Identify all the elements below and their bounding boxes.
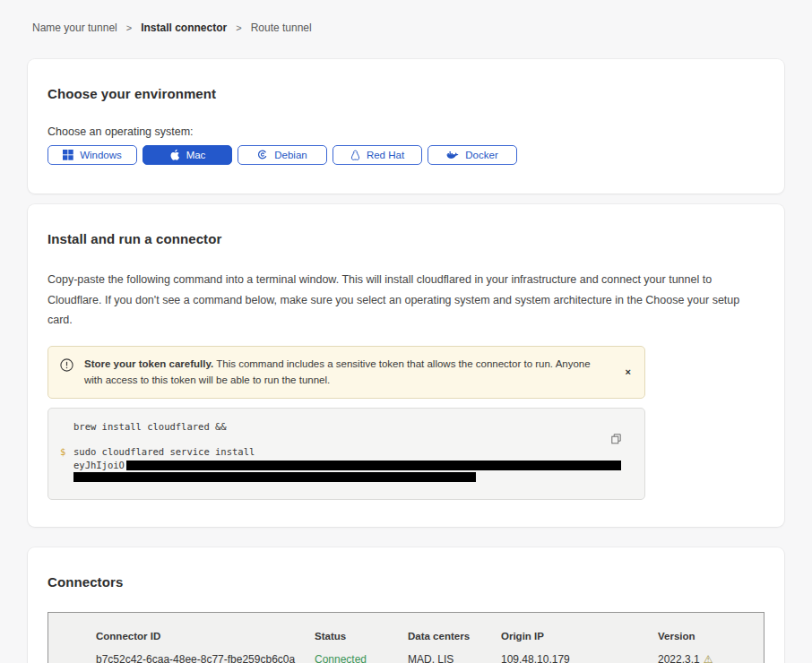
- windows-logo-icon: [63, 150, 73, 160]
- redacted-token-bar: [73, 472, 476, 482]
- tux-penguin-icon: [350, 150, 360, 161]
- terminal-command-text: sudo cloudflared service install: [73, 446, 255, 457]
- close-icon[interactable]: ×: [626, 366, 631, 377]
- install-description: Copy-paste the following command into a …: [48, 270, 764, 331]
- breadcrumb-install-connector[interactable]: Install connector: [141, 22, 227, 34]
- col-header-status: Status: [315, 631, 408, 641]
- col-header-version: Version: [658, 631, 755, 641]
- install-connector-card: Install and run a connector Copy-paste t…: [28, 204, 784, 527]
- breadcrumb-separator: >: [126, 22, 132, 33]
- os-button-debian[interactable]: Debian: [238, 145, 327, 165]
- os-button-redhat[interactable]: Red Hat: [333, 145, 422, 165]
- connectors-card: Connectors Connector ID Status Data cent…: [28, 547, 784, 663]
- os-button-label: Mac: [186, 150, 206, 160]
- terminal-line-brew: brew install cloudflared &&: [48, 420, 644, 434]
- os-button-group: Windows Mac Debian: [48, 145, 764, 165]
- col-header-connector-id: Connector ID: [96, 631, 315, 641]
- docker-whale-icon: [446, 151, 459, 160]
- os-button-mac[interactable]: Mac: [143, 145, 232, 165]
- os-button-label: Red Hat: [367, 150, 404, 160]
- page: Name your tunnel > Install connector > R…: [0, 0, 812, 663]
- connectors-table: Connector ID Status Data centers Origin …: [48, 612, 764, 663]
- version-value: 2022.3.1⚠: [658, 653, 755, 663]
- col-header-origin-ip: Origin IP: [501, 631, 658, 641]
- os-button-windows[interactable]: Windows: [48, 145, 137, 165]
- breadcrumb-name-your-tunnel[interactable]: Name your tunnel: [32, 22, 117, 34]
- token-prefix: eyJhIjoiO: [73, 460, 125, 470]
- os-button-label: Debian: [274, 150, 307, 160]
- choose-environment-card: Choose your environment Choose an operat…: [28, 59, 784, 194]
- col-header-data-centers: Data centers: [408, 631, 501, 641]
- breadcrumb-route-tunnel[interactable]: Route tunnel: [251, 22, 312, 34]
- status-badge: Connected: [315, 653, 408, 663]
- alert-circle-icon: [60, 358, 73, 377]
- os-button-docker[interactable]: Docker: [428, 145, 517, 165]
- os-select-label: Choose an operating system:: [48, 125, 764, 138]
- choose-environment-title: Choose your environment: [48, 86, 764, 101]
- terminal-line-sudo: $ sudo cloudflared service install: [48, 445, 644, 459]
- copy-icon[interactable]: [609, 432, 623, 449]
- token-warning-banner: Store your token carefully. This command…: [48, 346, 645, 400]
- breadcrumb: Name your tunnel > Install connector > R…: [28, 0, 784, 34]
- terminal-token-line: eyJhIjoiO: [48, 459, 644, 472]
- connectors-title: Connectors: [48, 574, 764, 590]
- redacted-token-bar: [126, 461, 621, 470]
- version-warning-icon: ⚠: [704, 653, 713, 663]
- install-connector-title: Install and run a connector: [48, 231, 764, 246]
- breadcrumb-separator: >: [236, 22, 241, 33]
- os-button-label: Windows: [80, 150, 122, 160]
- data-centers-value: MAD, LIS: [408, 653, 501, 663]
- os-button-label: Docker: [465, 150, 497, 160]
- terminal-command-block: brew install cloudflared && $ sudo cloud…: [48, 408, 645, 500]
- debian-logo-icon: [257, 150, 268, 160]
- apple-logo-icon: [169, 149, 180, 161]
- warning-title: Store your token carefully.: [84, 358, 213, 369]
- origin-ip-value: 109.48.10.179: [501, 653, 658, 663]
- terminal-prompt: $: [60, 445, 65, 459]
- connector-id-value: b7c52c42-6caa-48ee-8c77-fbe259cb6c0a: [96, 653, 315, 663]
